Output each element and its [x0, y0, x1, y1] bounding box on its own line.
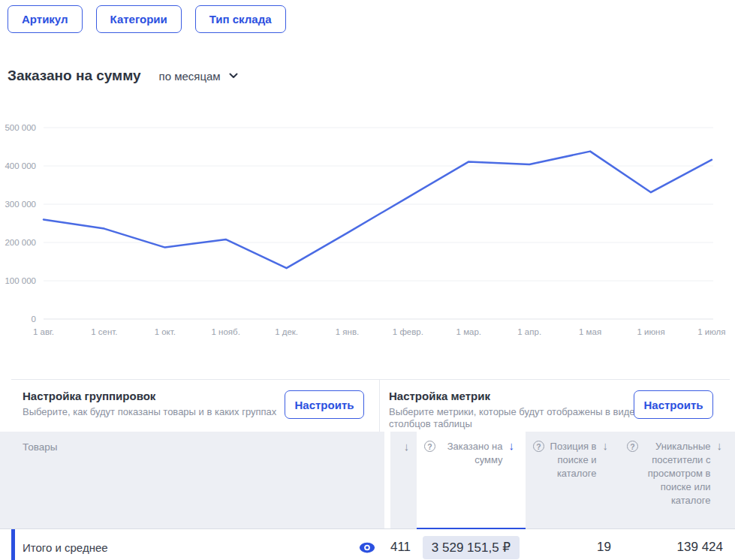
metrics-panel: Настройка метрик Выберите метрики, котор… — [379, 380, 730, 432]
totals-label-cell: Итого и среднее — [0, 541, 384, 554]
metrics-subtitle: Выберите метрики, которые будут отображе… — [389, 406, 653, 430]
settings-section: Настройка группировок Выберите, как буду… — [11, 379, 730, 432]
configure-metrics-button[interactable]: Настроить — [634, 390, 713, 419]
visibility-toggle-button[interactable] — [359, 542, 375, 553]
chevron-down-icon — [229, 73, 238, 79]
svg-text:0: 0 — [32, 315, 36, 324]
filter-button-article[interactable]: Артикул — [8, 5, 83, 33]
question-circle-icon[interactable]: ? — [533, 441, 544, 452]
totals-ordered-sum-cell: 3 529 151,5 ₽ — [417, 536, 526, 559]
period-select-value: по месяцам — [159, 70, 221, 83]
svg-text:1 июля: 1 июля — [697, 327, 725, 336]
filter-buttons-row: Артикул Категории Тип склада — [0, 0, 735, 33]
eye-icon — [359, 542, 375, 553]
column-header-label: Уникальные посетители с просмотром в пои… — [643, 440, 711, 507]
column-header-label: Заказано на сумму — [440, 440, 503, 467]
table-header: Товары ↓ ? Заказано на сумму ↓ ? Позиция… — [0, 432, 735, 529]
svg-text:1 нояб.: 1 нояб. — [212, 327, 240, 336]
svg-text:1 окт.: 1 окт. — [155, 327, 176, 336]
groupings-panel: Настройка группировок Выберите, как буду… — [11, 380, 379, 432]
svg-text:500 000: 500 000 — [5, 123, 36, 132]
svg-text:300 000: 300 000 — [5, 200, 36, 209]
svg-text:1 февр.: 1 февр. — [393, 327, 423, 336]
svg-text:1 апр.: 1 апр. — [517, 327, 541, 336]
question-circle-icon[interactable]: ? — [627, 441, 638, 452]
page-title: Заказано на сумму — [8, 68, 141, 84]
filter-button-warehouse-type[interactable]: Тип склада — [195, 5, 286, 33]
column-header-count-sort[interactable]: ↓ — [390, 432, 417, 528]
column-header-unique-visitors[interactable]: ? Уникальные посетители с просмотром в п… — [619, 432, 735, 528]
svg-text:1 сент.: 1 сент. — [91, 327, 117, 336]
column-header-products: Товары — [0, 432, 384, 528]
svg-text:1 дек.: 1 дек. — [275, 327, 298, 336]
period-select[interactable]: по месяцам — [159, 70, 238, 83]
table-row-totals: Итого и среднее 411 3 529 151,5 ₽ 19 139… — [0, 529, 735, 560]
svg-text:1 мая: 1 мая — [579, 327, 601, 336]
orders-line-chart: 0100 000200 000300 000400 000500 0001 ав… — [0, 111, 735, 344]
groupings-subtitle: Выберите, как будут показаны товары и в … — [23, 406, 287, 418]
column-header-ordered-sum[interactable]: ? Заказано на сумму ↓ — [417, 432, 526, 528]
svg-text:400 000: 400 000 — [5, 161, 36, 170]
sort-down-icon[interactable]: ↓ — [717, 440, 723, 452]
column-header-position[interactable]: ? Позиция в поиске и каталоге ↓ — [526, 432, 619, 528]
totals-position-cell: 19 — [526, 540, 619, 555]
filter-button-categories[interactable]: Категории — [96, 5, 182, 33]
highlighted-value: 3 529 151,5 ₽ — [423, 536, 520, 559]
sort-down-icon[interactable]: ↓ — [603, 440, 609, 452]
sort-down-icon-active[interactable]: ↓ — [509, 440, 515, 452]
totals-unique-visitors-cell: 139 424 — [619, 540, 735, 555]
question-circle-icon[interactable]: ? — [424, 441, 435, 452]
chart-title-row: Заказано на сумму по месяцам — [8, 68, 735, 84]
sort-down-icon[interactable]: ↓ — [404, 440, 410, 453]
column-gap — [384, 432, 390, 528]
svg-text:1 мар.: 1 мар. — [456, 327, 481, 336]
row-accent-bar — [11, 529, 15, 560]
configure-groupings-button[interactable]: Настроить — [285, 390, 364, 419]
totals-label: Итого и среднее — [23, 541, 108, 554]
svg-text:100 000: 100 000 — [5, 276, 36, 285]
svg-text:1 июня: 1 июня — [637, 327, 664, 336]
svg-text:1 янв.: 1 янв. — [336, 327, 359, 336]
column-header-label: Позиция в поиске и каталоге — [549, 440, 597, 480]
svg-text:200 000: 200 000 — [5, 238, 36, 247]
totals-count-cell: 411 — [384, 540, 417, 555]
svg-text:1 авг.: 1 авг. — [33, 327, 54, 336]
